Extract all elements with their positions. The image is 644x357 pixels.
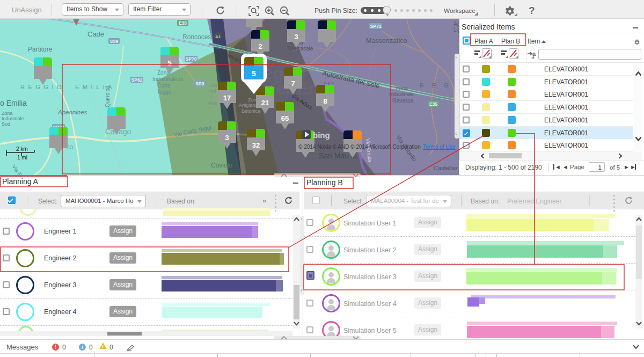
svg-text:P: P — [210, 94, 214, 100]
svg-text:Zona: Zona — [396, 85, 408, 91]
svg-text:Mod: Mod — [208, 100, 218, 106]
svg-text:o Emilia: o Emilia — [0, 99, 27, 107]
svg-text:Sud: Sud — [2, 121, 10, 127]
svg-text:Industriale: Industriale — [2, 116, 24, 121]
svg-text:Ind: Ind — [209, 89, 216, 94]
svg-text:E35: E35 — [179, 20, 187, 26]
svg-text:Ligab: Ligab — [453, 27, 459, 33]
svg-text:7: 7 — [291, 79, 295, 88]
svg-text:SP70: SP70 — [186, 56, 197, 62]
svg-text:Gavassa: Gavassa — [392, 98, 414, 104]
svg-text:SP62: SP62 — [131, 77, 143, 83]
svg-text:REGG: REGG — [420, 82, 459, 89]
svg-text:3: 3 — [294, 33, 298, 41]
svg-text:Tegge: Tegge — [157, 89, 172, 95]
svg-text:© 2014 Nokia © AND © 2014 Micr: © 2014 Nokia © AND © 2014 Microsoft Corp… — [298, 144, 421, 150]
svg-text:65: 65 — [281, 114, 289, 122]
svg-text:Betonica: Betonica — [241, 108, 260, 114]
svg-text:1 mi: 1 mi — [17, 155, 27, 161]
svg-text:A1: A1 — [215, 34, 221, 39]
svg-text:5: 5 — [167, 59, 171, 67]
svg-text:Industriale: Industriale — [389, 91, 414, 97]
svg-text:3: 3 — [225, 134, 229, 142]
svg-text:Zona: Zona — [2, 111, 13, 116]
svg-text:Industriale di: Industriale di — [152, 76, 183, 82]
svg-text:8: 8 — [323, 97, 327, 105]
svg-text:Artigiana: Artigiana — [239, 103, 258, 108]
svg-text:21: 21 — [261, 99, 269, 107]
svg-text:Mancasale: Mancasale — [287, 46, 313, 52]
svg-text:SS9: SS9 — [109, 39, 118, 44]
svg-text:Cadè: Cadè — [87, 30, 104, 38]
svg-text:REGGIO EMILIA: REGGIO EMILIA — [20, 84, 115, 90]
svg-text:32: 32 — [252, 141, 260, 149]
svg-text:SS9: SS9 — [195, 81, 204, 86]
svg-text:Castellaz: Castellaz — [434, 165, 458, 171]
svg-text:17: 17 — [223, 94, 231, 102]
svg-text:Partitore: Partitore — [28, 46, 53, 53]
svg-text:2 km: 2 km — [16, 146, 28, 152]
svg-text:Corte: Corte — [157, 83, 171, 89]
svg-text:Quercioli: Quercioli — [105, 86, 111, 107]
svg-text:5: 5 — [252, 69, 256, 78]
svg-text:Agric: Agric — [453, 21, 459, 27]
svg-text:E35: E35 — [429, 101, 437, 107]
svg-text:Apennines: Apennines — [57, 109, 87, 115]
svg-text:SP71: SP71 — [370, 24, 382, 29]
svg-text:2: 2 — [258, 42, 262, 50]
svg-text:bing: bing — [313, 130, 330, 140]
svg-text:Terms of Use: Terms of Use — [423, 144, 456, 150]
svg-text:Massenzatico: Massenzatico — [366, 37, 407, 45]
svg-text:Roncocesi: Roncocesi — [182, 33, 213, 41]
svg-text:Coviolo: Coviolo — [211, 162, 232, 169]
